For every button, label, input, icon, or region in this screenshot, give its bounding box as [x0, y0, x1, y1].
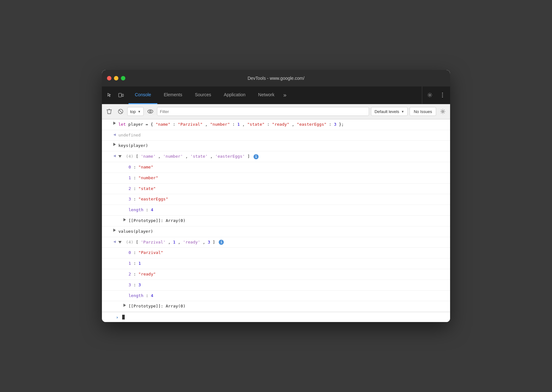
info-badge[interactable]: i: [254, 154, 259, 159]
prop-length: length: [129, 207, 143, 212]
minimize-button[interactable]: [114, 76, 118, 80]
console-toolbar: top ▼ Default levels ▼ No Issues: [102, 104, 450, 119]
key-eastereggs: "easterEggs": [297, 122, 327, 127]
prop6-length: length: [129, 293, 143, 298]
row-content-6-proto: [[Prototype]]: Array(0): [127, 302, 450, 310]
row-content-4-2: 2 : "state": [127, 185, 450, 193]
bracket-open: [: [136, 154, 138, 159]
row-content-2: undefined: [117, 131, 450, 139]
key-number: "number": [210, 122, 230, 127]
row-expander-2: ◀: [112, 131, 117, 137]
console-row-6-child-3: 3 : 3: [102, 280, 450, 291]
array-length: (4): [126, 154, 136, 159]
collapse-icon-6[interactable]: [118, 241, 122, 243]
no-issues-button[interactable]: No Issues: [410, 107, 436, 116]
svg-rect-1: [122, 94, 124, 97]
inspect-icon: [107, 92, 112, 98]
bracket-close: ]: [247, 154, 250, 159]
code-text: player = {: [128, 122, 155, 127]
expand-icon[interactable]: [113, 122, 116, 125]
prototype6-label: [[Prototype]]: Array(0): [129, 304, 185, 308]
devtools-window: DevTools - www.google.com/ Console Eleme…: [102, 70, 450, 322]
console-row-4-child-2: 2 : "state": [102, 184, 450, 194]
row-gutter-6: [102, 238, 112, 239]
row-content-4-3: 3 : "easterEggs": [127, 195, 450, 203]
undefined-text: undefined: [118, 133, 141, 137]
expand-proto6-icon[interactable]: [123, 304, 126, 307]
console-settings-button[interactable]: [438, 107, 448, 116]
row-content-6-3: 3 : 3: [127, 281, 450, 289]
expand-icon-5[interactable]: [113, 229, 116, 232]
arr-item-1: 'number': [163, 154, 183, 159]
tabbar-right: [422, 86, 448, 104]
context-selector[interactable]: top ▼: [127, 107, 144, 116]
row-expander-5[interactable]: [112, 228, 117, 232]
chevron-down-icon: ▼: [138, 110, 141, 113]
val-parzival: "Parzival": [178, 122, 203, 127]
prop-index-0: 0: [129, 165, 131, 169]
console-row-4-length: length : 4: [102, 205, 450, 216]
row-content-6-1: 1 : 1: [127, 260, 450, 268]
console-row-4-child-3: 3 : "easterEggs": [102, 194, 450, 205]
prop-val-0: "name": [138, 165, 153, 169]
tab-console[interactable]: Console: [129, 86, 157, 104]
prop6-val-2: "ready": [138, 272, 156, 276]
console-input-row[interactable]: ›: [102, 312, 450, 322]
console-prompt: ›: [112, 315, 122, 320]
row-expander-4: ◀: [112, 153, 117, 158]
filter-box[interactable]: [157, 107, 369, 116]
console-row-6: ◀ (4) [ 'Parzival' , 1 , 'ready' , 3 ] i: [102, 237, 450, 248]
row-content-1: let player = { "name" : "Parzival" , "nu…: [117, 121, 450, 129]
console-row-1: let player = { "name" : "Parzival" , "nu…: [102, 119, 450, 130]
row-content-5: values(player): [117, 228, 450, 236]
stop-button[interactable]: [116, 107, 125, 116]
close-button[interactable]: [107, 76, 111, 80]
levels-chevron-icon: ▼: [401, 110, 404, 113]
row-gutter-2: [102, 131, 112, 132]
prop6-val-3: 3: [138, 282, 141, 287]
inspect-element-button[interactable]: [104, 90, 115, 100]
expand-icon-3[interactable]: [113, 143, 116, 146]
tab-elements[interactable]: Elements: [157, 86, 188, 104]
keys-call: keys(player): [118, 143, 148, 148]
clear-console-button[interactable]: [104, 107, 114, 116]
row-content-4-length: length : 4: [127, 206, 450, 214]
prototype-label: [[Prototype]]: Array(0): [129, 218, 185, 223]
tab-application[interactable]: Application: [217, 86, 252, 104]
console-row-6-child-2: 2 : "ready": [102, 269, 450, 280]
live-expressions-button[interactable]: [146, 107, 155, 116]
filter-input[interactable]: [157, 108, 369, 115]
window-title: DevTools - www.google.com/: [248, 76, 304, 81]
expand-proto-icon[interactable]: [123, 218, 126, 221]
maximize-button[interactable]: [121, 76, 125, 80]
gear-icon: [427, 92, 433, 98]
row-content-4-0: 0 : "name": [127, 163, 450, 171]
traffic-lights: [107, 76, 125, 80]
length-val: 4: [151, 207, 153, 212]
row-content-4-1: 1 : "number": [127, 174, 450, 182]
row-gutter-3: [102, 142, 112, 143]
row-content-4-proto: [[Prototype]]: Array(0): [127, 217, 450, 225]
more-options-button[interactable]: [437, 90, 448, 100]
svg-rect-0: [119, 93, 122, 97]
row-gutter: [102, 121, 112, 122]
collapse-icon-4[interactable]: [118, 155, 122, 158]
tab-network[interactable]: Network: [252, 86, 281, 104]
default-levels-button[interactable]: Default levels ▼: [371, 107, 408, 116]
svg-point-13: [442, 111, 443, 112]
prop-index-1: 1: [129, 175, 131, 180]
val-3: 3: [334, 122, 336, 127]
row-content-6: (4) [ 'Parzival' , 1 , 'ready' , 3 ] i: [117, 238, 450, 246]
vertical-dots-icon: [442, 92, 443, 98]
clear-icon: [106, 109, 112, 114]
tab-sources[interactable]: Sources: [189, 86, 217, 104]
titlebar: DevTools - www.google.com/: [102, 70, 450, 86]
console-row-4-child-1: 1 : "number": [102, 173, 450, 184]
device-toolbar-button[interactable]: [116, 90, 126, 100]
more-tabs-button[interactable]: »: [281, 86, 289, 104]
row-expander-3[interactable]: [112, 142, 117, 146]
tabbar-left-icons: [104, 86, 129, 104]
row-expander[interactable]: [112, 121, 117, 125]
info-badge-6[interactable]: i: [219, 240, 224, 245]
settings-button[interactable]: [425, 90, 435, 100]
